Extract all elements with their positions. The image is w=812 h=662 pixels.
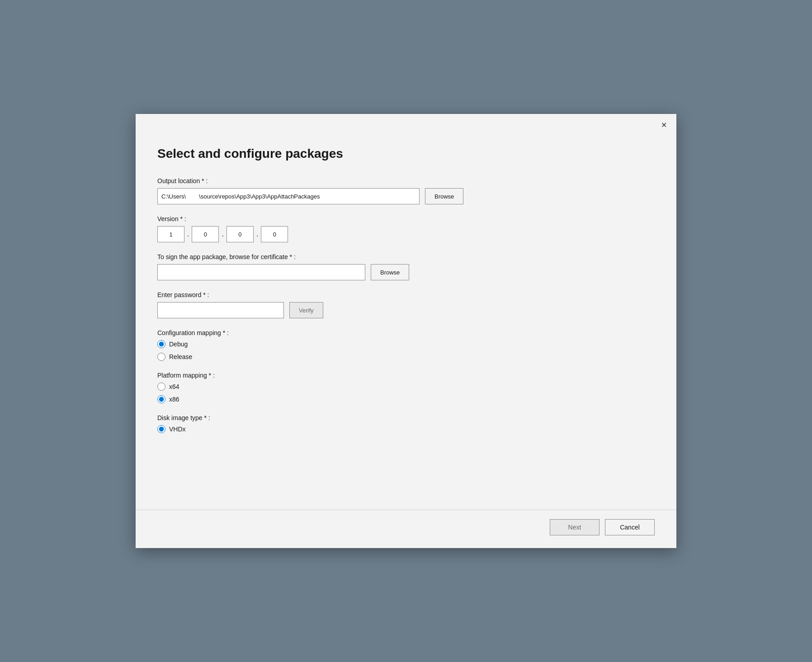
disk-vhdx-radio[interactable] — [157, 425, 165, 433]
version-section: Version * : . . . — [157, 215, 655, 242]
configuration-mapping-group: Debug Release — [157, 340, 655, 361]
platform-mapping-label: Platform mapping * : — [157, 372, 655, 379]
output-location-section: Output location * : Browse — [157, 177, 655, 204]
version-build-input[interactable] — [261, 226, 288, 242]
platform-x64-label: x64 — [169, 383, 179, 390]
dialog: ✕ Select and configure packages Output l… — [136, 114, 676, 548]
configuration-mapping-label: Configuration mapping * : — [157, 329, 655, 336]
platform-mapping-section: Platform mapping * : x64 x86 — [157, 372, 655, 403]
output-location-input[interactable] — [157, 188, 420, 204]
version-sep-1: . — [186, 230, 190, 238]
output-location-label: Output location * : — [157, 177, 655, 184]
config-debug-radio[interactable] — [157, 340, 165, 348]
configuration-mapping-section: Configuration mapping * : Debug Release — [157, 329, 655, 361]
dialog-footer: Next Cancel — [136, 510, 676, 548]
output-location-browse-button[interactable]: Browse — [425, 188, 463, 204]
version-label: Version * : — [157, 215, 655, 222]
verify-button[interactable]: Verify — [289, 302, 323, 318]
disk-vhdx-label: VHDx — [169, 426, 186, 433]
certificate-browse-button[interactable]: Browse — [371, 264, 409, 280]
dialog-content: Select and configure packages Output loc… — [136, 132, 676, 510]
disk-vhdx-option[interactable]: VHDx — [157, 425, 655, 433]
titlebar: ✕ — [136, 114, 676, 132]
version-sep-3: . — [255, 230, 259, 238]
platform-x86-radio[interactable] — [157, 395, 165, 403]
password-input[interactable] — [157, 302, 284, 318]
certificate-label: To sign the app package, browse for cert… — [157, 253, 655, 260]
output-location-row: Browse — [157, 188, 655, 204]
certificate-input[interactable] — [157, 264, 365, 280]
password-row: Verify — [157, 302, 655, 318]
platform-x64-radio[interactable] — [157, 383, 165, 391]
version-row: . . . — [157, 226, 655, 242]
dialog-title: Select and configure packages — [157, 147, 655, 161]
config-release-radio[interactable] — [157, 353, 165, 361]
disk-image-type-section: Disk image type * : VHDx — [157, 414, 655, 433]
version-minor-input[interactable] — [192, 226, 219, 242]
disk-image-type-label: Disk image type * : — [157, 414, 655, 421]
certificate-row: Browse — [157, 264, 655, 280]
config-release-option[interactable]: Release — [157, 353, 655, 361]
config-release-label: Release — [169, 353, 192, 360]
version-patch-input[interactable] — [227, 226, 254, 242]
platform-x86-label: x86 — [169, 396, 179, 403]
password-section: Enter password * : Verify — [157, 291, 655, 318]
config-debug-option[interactable]: Debug — [157, 340, 655, 348]
certificate-section: To sign the app package, browse for cert… — [157, 253, 655, 280]
next-button[interactable]: Next — [550, 519, 600, 535]
cancel-button[interactable]: Cancel — [605, 519, 655, 535]
config-debug-label: Debug — [169, 340, 188, 348]
close-button[interactable]: ✕ — [656, 118, 671, 132]
version-sep-2: . — [221, 230, 224, 238]
platform-mapping-group: x64 x86 — [157, 383, 655, 403]
platform-x86-option[interactable]: x86 — [157, 395, 655, 403]
version-major-input[interactable] — [157, 226, 184, 242]
disk-image-type-group: VHDx — [157, 425, 655, 433]
platform-x64-option[interactable]: x64 — [157, 383, 655, 391]
password-label: Enter password * : — [157, 291, 655, 298]
